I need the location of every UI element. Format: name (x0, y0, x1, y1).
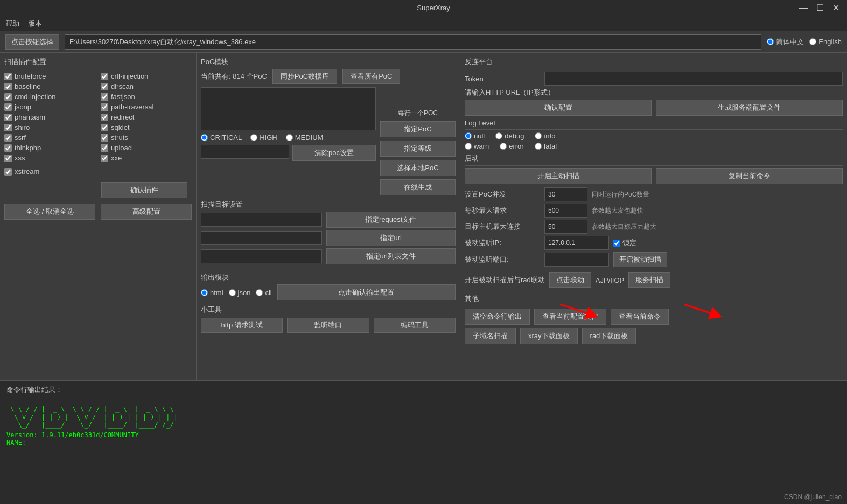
clear-output-button[interactable]: 清空命令行输出 (465, 309, 530, 325)
info-radio-label[interactable]: info (535, 132, 555, 140)
view-all-poc-button[interactable]: 查看所有PoC (342, 69, 400, 84)
plugin-checkbox-thinkphp[interactable] (4, 144, 12, 152)
window-controls: — ☐ ✕ (797, 3, 842, 13)
lang-english-radio[interactable] (809, 38, 816, 45)
connect-rad-button[interactable]: 点击联动 (549, 272, 591, 288)
xstream-checkbox[interactable] (4, 168, 12, 176)
service-scan-button[interactable]: 服务扫描 (628, 272, 670, 288)
plugin-checkbox-path-traversal[interactable] (101, 103, 108, 111)
close-button[interactable]: ✕ (830, 3, 842, 13)
plugin-checkbox-sqldet[interactable] (101, 124, 108, 131)
html-radio-label[interactable]: html (201, 289, 223, 297)
passive-ip-input[interactable] (544, 236, 609, 250)
plugin-checkbox-dirscan[interactable] (101, 83, 108, 90)
passive-port-input[interactable] (544, 253, 609, 267)
plugin-item-phantasm: phantasm (4, 113, 95, 121)
warn-radio-label[interactable]: warn (465, 142, 489, 150)
online-gen-button[interactable]: 在线生成 (380, 179, 456, 195)
file-path-input[interactable] (65, 34, 761, 50)
sync-poc-button[interactable]: 同步PoC数据库 (272, 69, 337, 84)
error-radio[interactable] (500, 143, 507, 150)
request-file-input[interactable] (201, 213, 322, 227)
lang-chinese-label[interactable]: 简体中文 (767, 37, 804, 47)
specify-level-button[interactable]: 指定等级 (380, 141, 456, 157)
plugin-checkbox-redirect[interactable] (101, 114, 108, 121)
menu-help[interactable]: 帮助 (5, 19, 19, 29)
clear-poc-button[interactable]: 清除poc设置 (292, 145, 376, 161)
subdomain-scan-button[interactable]: 子域名扫描 (465, 328, 516, 344)
plugin-checkbox-shiro[interactable] (4, 124, 12, 131)
specify-url-button[interactable]: 指定url (326, 230, 456, 246)
plugin-checkbox-fastjson[interactable] (101, 93, 108, 101)
medium-radio-label[interactable]: MEDIUM (286, 134, 324, 142)
plugin-checkbox-bruteforce[interactable] (4, 73, 12, 80)
warn-radio[interactable] (465, 143, 472, 150)
token-input[interactable] (544, 72, 843, 86)
null-radio-label[interactable]: null (465, 132, 485, 140)
view-config-button[interactable]: 查看当前配置文件 (534, 309, 606, 325)
fatal-radio-label[interactable]: fatal (535, 142, 557, 150)
poc-concurrency-input[interactable] (544, 187, 587, 201)
advanced-config-button[interactable]: 高级配置 (101, 204, 192, 220)
poc-textarea[interactable] (201, 87, 376, 130)
cli-radio[interactable] (256, 289, 263, 296)
confirm-plugin-button[interactable]: 确认插件 (101, 182, 187, 198)
http-test-button[interactable]: http 请求测试 (201, 318, 283, 333)
error-radio-label[interactable]: error (500, 142, 523, 150)
medium-radio[interactable] (286, 134, 293, 141)
plugin-item-cmd-injection: cmd-injection (4, 93, 95, 101)
high-radio-label[interactable]: HIGH (250, 134, 277, 142)
null-radio[interactable] (465, 132, 472, 139)
encode-tool-button[interactable]: 编码工具 (374, 318, 456, 333)
select-file-button[interactable]: 点击按钮选择 (5, 34, 59, 50)
critical-radio[interactable] (201, 134, 208, 141)
select-local-poc-button[interactable]: 选择本地PoC (380, 160, 456, 176)
start-passive-button[interactable]: 开启被动扫描 (613, 252, 667, 267)
maximize-button[interactable]: ☐ (814, 3, 826, 13)
poc-level-input[interactable] (201, 145, 289, 159)
lock-checkbox[interactable] (613, 240, 620, 247)
listen-port-button[interactable]: 监听端口 (287, 318, 369, 333)
minimize-button[interactable]: — (797, 3, 810, 13)
lang-chinese-radio[interactable] (767, 38, 774, 45)
start-scan-button[interactable]: 开启主动扫描 (465, 168, 652, 184)
plugin-checkbox-cmd-injection[interactable] (4, 93, 12, 101)
json-radio-label[interactable]: json (229, 289, 251, 297)
plugin-checkbox-crlf-injection[interactable] (101, 73, 108, 80)
debug-radio-label[interactable]: debug (495, 132, 524, 140)
high-radio[interactable] (250, 134, 257, 141)
fatal-radio[interactable] (535, 143, 542, 150)
xray-download-button[interactable]: xray下载面板 (520, 328, 578, 344)
json-radio[interactable] (229, 289, 236, 296)
url-input[interactable] (201, 231, 322, 245)
max-conn-input[interactable] (544, 220, 587, 234)
level-radio-row: CRITICAL HIGH MEDIUM (201, 134, 376, 142)
specify-poc-button[interactable]: 指定PoC (380, 121, 456, 137)
debug-radio[interactable] (495, 132, 502, 139)
plugin-checkbox-xss[interactable] (4, 155, 12, 162)
copy-cmd-button[interactable]: 复制当前命令 (656, 168, 843, 184)
rad-download-button[interactable]: rad下载面板 (582, 328, 636, 344)
gen-server-config-button[interactable]: 生成服务端配置文件 (656, 100, 843, 116)
plugin-checkbox-struts[interactable] (101, 134, 108, 142)
menu-version[interactable]: 版本 (28, 19, 42, 29)
view-cmd-button[interactable]: 查看当前命令 (611, 309, 669, 325)
html-radio[interactable] (201, 289, 208, 296)
specify-url-list-button[interactable]: 指定url列表文件 (326, 248, 456, 264)
cli-radio-label[interactable]: cli (256, 289, 271, 297)
plugin-checkbox-baseline[interactable] (4, 83, 12, 90)
lang-english-label[interactable]: English (809, 38, 842, 46)
confirm-output-button[interactable]: 点击确认输出配置 (277, 284, 456, 300)
plugin-checkbox-upload[interactable] (101, 144, 108, 152)
plugin-checkbox-xxe[interactable] (101, 155, 108, 162)
plugin-checkbox-jsonp[interactable] (4, 103, 12, 111)
critical-radio-label[interactable]: CRITICAL (201, 134, 242, 142)
info-radio[interactable] (535, 132, 542, 139)
specify-request-button[interactable]: 指定request文件 (326, 212, 456, 228)
max-request-input[interactable] (544, 204, 587, 218)
plugin-checkbox-ssrf[interactable] (4, 134, 12, 142)
confirm-config-button[interactable]: 确认配置 (465, 100, 652, 116)
select-all-button[interactable]: 全选 / 取消全选 (4, 204, 95, 220)
plugin-checkbox-phantasm[interactable] (4, 114, 12, 121)
url-list-input[interactable] (201, 249, 322, 263)
